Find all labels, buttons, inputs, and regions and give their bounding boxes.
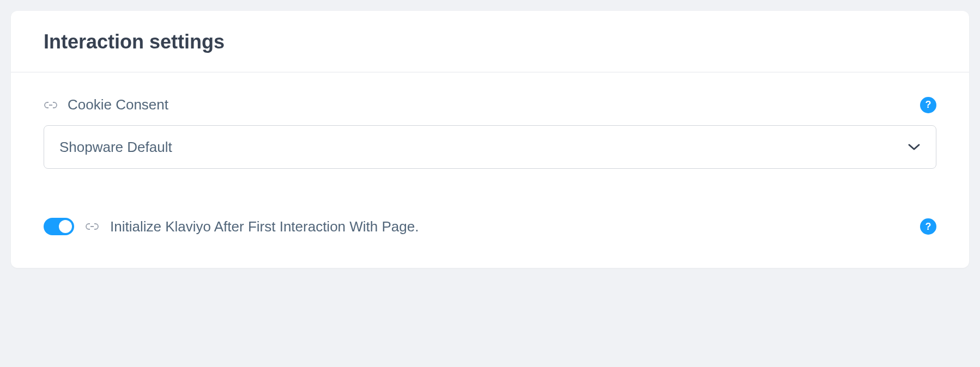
field-label-left: Cookie Consent [44,96,168,113]
settings-card: Interaction settings Cookie Consent ? [11,11,969,268]
init-klaviyo-field: Initialize Klaviyo After First Interacti… [44,218,936,235]
card-header: Interaction settings [11,11,969,72]
link-icon [85,222,99,231]
field-label-row: Cookie Consent ? [44,96,936,113]
card-title: Interaction settings [44,30,936,53]
cookie-consent-select[interactable]: Shopware Default [44,125,936,169]
cookie-consent-label: Cookie Consent [68,96,168,113]
select-value: Shopware Default [59,139,172,156]
cookie-consent-field: Cookie Consent ? Shopware Default [44,96,936,169]
help-icon[interactable]: ? [920,97,936,113]
init-klaviyo-toggle[interactable] [44,218,74,235]
toggle-knob [59,220,72,233]
help-icon[interactable]: ? [920,218,936,235]
chevron-down-icon [908,140,921,154]
toggle-row-left: Initialize Klaviyo After First Interacti… [44,218,419,235]
link-icon [44,101,58,109]
init-klaviyo-label: Initialize Klaviyo After First Interacti… [110,218,419,235]
card-body: Cookie Consent ? Shopware Default [11,72,969,268]
